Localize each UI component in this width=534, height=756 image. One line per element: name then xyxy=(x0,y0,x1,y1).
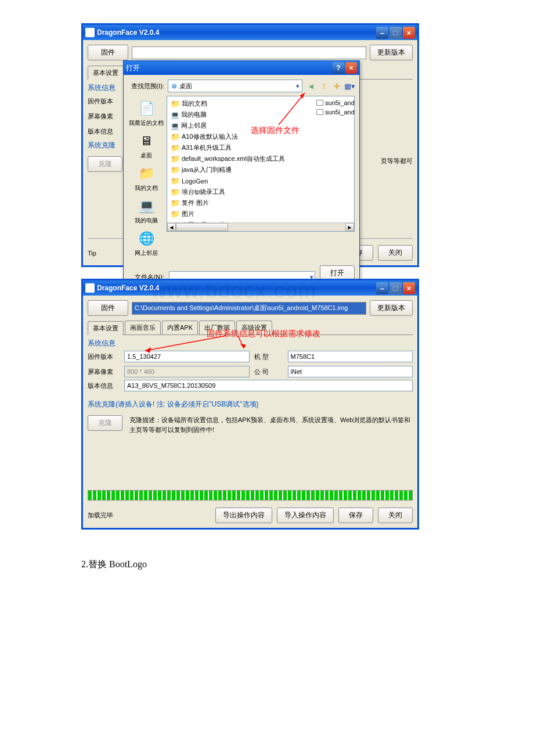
file-name: sun5i_android_M758C1.img xyxy=(325,99,355,106)
firmware-path-input[interactable] xyxy=(132,46,366,59)
tab-apk[interactable]: 内置APK xyxy=(162,321,198,334)
file-name: 埃台tp烧录工具 xyxy=(182,188,225,196)
file-item[interactable]: 📁图片 xyxy=(169,209,309,219)
input-model[interactable] xyxy=(288,351,413,362)
file-item[interactable]: sun5i_android_M901C.img xyxy=(315,108,355,116)
desktop-icon: 🖥 xyxy=(171,82,177,89)
file-name: 我的文档 xyxy=(182,99,207,108)
folder-icon: 📁 xyxy=(171,199,180,207)
img-file-icon xyxy=(316,100,323,106)
label-screen-px: 屏幕像素 xyxy=(88,368,120,376)
close-button[interactable]: 关闭 xyxy=(378,245,413,261)
label-company: 公 司 xyxy=(254,368,283,376)
file-item[interactable]: 📁我的文档 xyxy=(169,99,309,109)
app-icon xyxy=(85,283,95,293)
firmware-button[interactable]: 固件 xyxy=(88,300,128,316)
import-button[interactable]: 导入操作内容 xyxy=(277,507,334,523)
label-ver-info: 版本信息 xyxy=(88,381,120,390)
input-company[interactable] xyxy=(288,366,413,377)
titlebar-2: DragonFace V2.0.4 – □ × xyxy=(83,280,417,296)
label-fw-version: 固件版本 xyxy=(88,97,120,106)
lookin-dropdown[interactable]: 🖥 桌面 ▾ xyxy=(168,80,302,92)
label-screen-px: 屏幕像素 xyxy=(88,112,120,121)
close-icon[interactable]: × xyxy=(403,27,415,39)
view-menu-icon[interactable]: ▦▾ xyxy=(344,81,355,91)
file-name: 网上邻居 xyxy=(181,121,207,130)
file-item[interactable]: sun5i_android_M758C1.img xyxy=(315,99,355,107)
horizontal-scrollbar[interactable]: ◄ ► xyxy=(167,222,354,231)
lookin-label: 查找范围(I): xyxy=(128,82,164,91)
open-dialog-title: 打开 xyxy=(126,63,333,73)
clone-button[interactable]: 克隆 xyxy=(88,415,122,431)
file-item[interactable]: 📁A10修改默认输入法 xyxy=(169,132,309,142)
file-item[interactable]: A13_86VS_M758C1_1305060.20130509.img xyxy=(169,231,309,232)
place-network[interactable]: 🌐网上邻居 xyxy=(135,229,158,257)
file-item[interactable]: 📁埃台tp烧录工具 xyxy=(169,187,309,197)
places-bar: 📄我最近的文档 🖥桌面 📁我的文档 💻我的电脑 🌐网上邻居 xyxy=(128,96,164,261)
folder-icon: 📁 xyxy=(171,99,180,108)
back-icon[interactable]: ◄ xyxy=(306,81,316,91)
file-item[interactable]: 📁default_workspace.xml自动生成工具 xyxy=(169,154,309,164)
input-fw-version[interactable] xyxy=(124,351,250,362)
network-icon: 🌐 xyxy=(137,229,156,248)
file-item[interactable]: 💻我的电脑 xyxy=(169,110,309,120)
window-title-2: DragonFace V2.0.4 xyxy=(97,284,376,292)
clone-description: 克隆描述：设备端所有设置信息，包括APK预装、桌面布局、系统设置项、Web浏览器… xyxy=(129,415,413,434)
mydocs-icon: 📁 xyxy=(137,164,156,183)
tab-basic[interactable]: 基本设置 xyxy=(88,66,124,80)
place-mycomputer[interactable]: 💻我的电脑 xyxy=(135,197,158,225)
tab-basic[interactable]: 基本设置 xyxy=(88,321,124,335)
window-title: DragonFace V2.0.4 xyxy=(97,28,376,37)
folder-icon: 📁 xyxy=(171,165,180,174)
file-name: 图片 xyxy=(182,210,194,218)
clone-button[interactable]: 克隆 xyxy=(88,156,122,172)
input-screen-px[interactable] xyxy=(124,366,250,377)
footer-section-heading: 2.替换 BootLogo xyxy=(81,559,453,571)
label-model: 机 型 xyxy=(254,352,283,361)
file-list-area[interactable]: 📁我的文档💻我的电脑💻网上邻居📁A10修改默认输入法📁A31单机升级工具📁def… xyxy=(167,96,355,232)
file-item[interactable]: 📁LogoGen xyxy=(169,176,309,186)
file-name: 我的电脑 xyxy=(181,110,207,119)
file-item[interactable]: 💻网上邻居 xyxy=(169,121,309,131)
file-name: java从入门到精通 xyxy=(182,165,232,174)
up-folder-icon[interactable]: ⇧ xyxy=(319,81,329,91)
scroll-right-icon[interactable]: ► xyxy=(345,223,354,231)
file-item[interactable]: 📁复件 图片 xyxy=(169,198,309,208)
tab-factory[interactable]: 出厂数据 xyxy=(199,321,235,334)
input-ver-info[interactable] xyxy=(124,380,413,391)
close-button[interactable]: 关闭 xyxy=(378,507,413,523)
dragonface-window-2: DragonFace V2.0.4 – □ × 固件 更新版本 基本设置 画面音… xyxy=(81,279,419,530)
firmware-path-input[interactable] xyxy=(132,302,366,315)
open-dialog-titlebar: 打开 ? × xyxy=(124,61,359,75)
firmware-button[interactable]: 固件 xyxy=(88,45,128,60)
maximize-icon[interactable]: □ xyxy=(389,282,402,294)
label-fw-version: 固件版本 xyxy=(88,352,120,361)
scroll-thumb[interactable] xyxy=(176,223,228,231)
minimize-icon[interactable]: – xyxy=(376,27,388,39)
tab-advanced[interactable]: 高级设置 xyxy=(236,321,272,334)
file-name: A10修改默认输入法 xyxy=(182,132,238,141)
close-icon[interactable]: × xyxy=(403,282,415,294)
help-icon[interactable]: ? xyxy=(333,62,344,74)
img-file-icon xyxy=(316,109,323,115)
file-item[interactable]: 📁A31单机升级工具 xyxy=(169,143,309,153)
lookin-value: 桌面 xyxy=(179,82,192,91)
maximize-icon[interactable]: □ xyxy=(389,27,402,39)
section-sysinfo-title: 系统信息 xyxy=(88,339,413,348)
minimize-icon[interactable]: – xyxy=(376,282,388,294)
update-version-button[interactable]: 更新版本 xyxy=(370,45,413,60)
folder-icon: 📁 xyxy=(171,210,180,218)
place-recent[interactable]: 📄我最近的文档 xyxy=(129,99,164,127)
tab-music[interactable]: 画面音乐 xyxy=(125,321,161,334)
scroll-left-icon[interactable]: ◄ xyxy=(167,223,176,231)
chevron-down-icon[interactable]: ▾ xyxy=(296,82,300,90)
export-button[interactable]: 导出操作内容 xyxy=(215,507,272,523)
update-version-button[interactable]: 更新版本 xyxy=(370,300,413,316)
folder-icon: 📁 xyxy=(171,188,180,196)
save-button[interactable]: 保存 xyxy=(338,507,373,523)
new-folder-icon[interactable]: ✚ xyxy=(331,81,342,91)
file-item[interactable]: 📁java从入门到精通 xyxy=(169,165,309,175)
place-mydocs[interactable]: 📁我的文档 xyxy=(135,164,158,192)
place-desktop[interactable]: 🖥桌面 xyxy=(137,132,156,160)
dialog-close-icon[interactable]: × xyxy=(345,62,357,74)
